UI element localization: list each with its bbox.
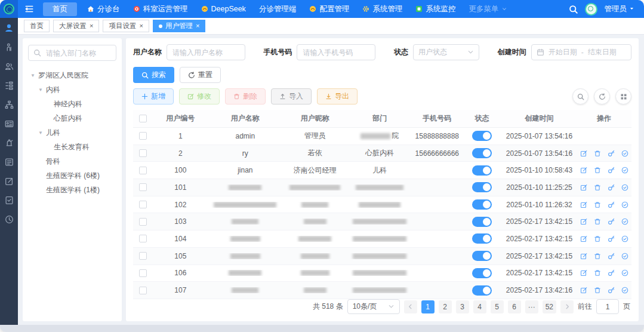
row-edit-icon[interactable] xyxy=(580,269,587,276)
department-search-input[interactable] xyxy=(45,48,111,58)
tab-close-icon[interactable]: × xyxy=(139,23,143,29)
row-checkbox[interactable] xyxy=(139,269,147,277)
user-menu[interactable]: 管理员 xyxy=(605,4,635,14)
tab-close-icon[interactable]: × xyxy=(90,23,93,29)
tree-expand-icon[interactable]: ▼ xyxy=(30,73,36,78)
row-delete-icon[interactable] xyxy=(594,269,601,276)
row-reset-password-icon[interactable] xyxy=(608,184,615,191)
sidebar-audit-icon[interactable] xyxy=(4,195,14,205)
status-toggle[interactable] xyxy=(472,148,492,158)
status-toggle[interactable] xyxy=(472,165,492,176)
page-button-6[interactable]: 6 xyxy=(508,300,521,313)
row-delete-icon[interactable] xyxy=(594,201,601,208)
row-checkbox[interactable] xyxy=(139,183,147,191)
status-toggle[interactable] xyxy=(472,251,492,261)
username-input[interactable] xyxy=(167,44,245,60)
tree-node-8[interactable]: 生殖医学科 (6楼) xyxy=(28,168,116,183)
tab-close-icon[interactable]: × xyxy=(196,23,199,29)
tree-node-4[interactable]: 心脏内科 xyxy=(28,111,116,125)
row-delete-icon[interactable] xyxy=(594,150,601,157)
sidebar-collapse-icon[interactable] xyxy=(18,5,39,13)
tree-node-6[interactable]: 生长发育科 xyxy=(28,140,116,154)
tab-3[interactable]: 项目设置× xyxy=(103,20,149,32)
status-toggle[interactable] xyxy=(472,233,492,244)
tree-expand-icon[interactable]: ▼ xyxy=(38,87,44,93)
column-settings-button[interactable] xyxy=(615,88,631,104)
tab-1[interactable]: 首页 xyxy=(24,20,50,32)
nav-item-7[interactable]: 系统管理 xyxy=(356,0,409,18)
row-checkbox[interactable] xyxy=(139,218,147,226)
sidebar-globe-icon[interactable] xyxy=(4,214,14,224)
status-toggle[interactable] xyxy=(472,131,492,141)
phone-input[interactable] xyxy=(297,44,375,60)
tree-node-5[interactable]: ▼儿科 xyxy=(28,125,116,140)
row-assign-role-icon[interactable] xyxy=(621,269,628,276)
row-reset-password-icon[interactable] xyxy=(608,269,615,276)
sidebar-alarm-icon[interactable] xyxy=(4,138,14,147)
global-search-icon[interactable] xyxy=(569,5,578,14)
row-checkbox[interactable] xyxy=(139,167,147,174)
row-checkbox[interactable] xyxy=(139,252,147,260)
row-delete-icon[interactable] xyxy=(594,218,601,225)
tree-node-3[interactable]: 神经内科 xyxy=(28,97,116,111)
row-assign-role-icon[interactable] xyxy=(621,218,628,225)
row-reset-password-icon[interactable] xyxy=(608,201,615,208)
row-checkbox[interactable] xyxy=(139,201,147,208)
tree-node-1[interactable]: ▼罗湖区人民医院 xyxy=(28,68,116,82)
modify-button[interactable]: 修改 xyxy=(179,88,220,104)
row-edit-icon[interactable] xyxy=(580,201,587,208)
tree-node-7[interactable]: 骨科 xyxy=(28,154,116,168)
row-edit-icon[interactable] xyxy=(580,167,587,174)
row-checkbox[interactable] xyxy=(139,235,147,242)
sidebar-org-chart-icon[interactable] xyxy=(4,100,14,109)
row-edit-icon[interactable] xyxy=(580,253,587,260)
prev-page-button[interactable] xyxy=(404,300,417,313)
row-edit-icon[interactable] xyxy=(580,150,587,157)
sidebar-users-icon[interactable] xyxy=(4,62,14,71)
tree-node-2[interactable]: ▼内科 xyxy=(28,82,116,97)
sidebar-edit-square-icon[interactable] xyxy=(4,176,14,186)
nav-item-6[interactable]: 配置管理 xyxy=(303,0,356,18)
row-reset-password-icon[interactable] xyxy=(608,235,615,242)
goto-page-input[interactable] xyxy=(596,299,619,314)
status-toggle[interactable] xyxy=(472,217,492,227)
sidebar-user-icon[interactable] xyxy=(4,23,14,33)
tree-node-9[interactable]: 生殖医学科 (1楼) xyxy=(28,183,116,197)
nav-item-9[interactable]: 更多菜单 xyxy=(462,0,514,18)
nav-item-8[interactable]: 系统监控 xyxy=(409,0,462,18)
nav-item-2[interactable]: 分诊台 xyxy=(81,0,127,18)
import-button[interactable]: 导入 xyxy=(271,88,312,104)
page-button-52[interactable]: 52 xyxy=(543,300,556,313)
select-all-checkbox[interactable] xyxy=(139,115,147,122)
row-assign-role-icon[interactable] xyxy=(621,253,628,260)
page-button-2[interactable]: 2 xyxy=(439,300,452,313)
sidebar-id-card-icon[interactable] xyxy=(4,119,14,128)
nav-item-3[interactable]: 科室运营管理 xyxy=(127,0,195,18)
refresh-table-button[interactable] xyxy=(594,88,610,104)
row-delete-icon[interactable] xyxy=(594,253,601,260)
reset-button[interactable]: 重置 xyxy=(180,67,221,83)
date-range-picker[interactable]: 开始日期 - 结束日期 xyxy=(531,44,631,60)
sidebar-tree-menu-icon[interactable] xyxy=(4,81,14,90)
row-reset-password-icon[interactable] xyxy=(608,150,615,157)
status-toggle[interactable] xyxy=(472,285,492,296)
sidebar-person-cane-icon[interactable] xyxy=(4,42,14,52)
nav-item-5[interactable]: 分诊管理端 xyxy=(252,0,303,18)
row-edit-icon[interactable] xyxy=(580,184,587,191)
next-page-button[interactable] xyxy=(560,300,574,313)
row-assign-role-icon[interactable] xyxy=(621,184,628,191)
page-button-5[interactable]: 5 xyxy=(491,300,504,313)
row-assign-role-icon[interactable] xyxy=(621,167,628,174)
row-checkbox[interactable] xyxy=(139,149,147,157)
row-reset-password-icon[interactable] xyxy=(608,218,615,225)
row-delete-icon[interactable] xyxy=(594,235,601,242)
sidebar-news-icon[interactable] xyxy=(4,157,14,167)
status-toggle[interactable] xyxy=(472,199,492,210)
row-edit-icon[interactable] xyxy=(580,235,587,242)
row-assign-role-icon[interactable] xyxy=(621,150,628,157)
nav-item-4[interactable]: DeepSeek xyxy=(195,0,252,18)
status-select[interactable]: 用户状态 xyxy=(413,44,479,60)
user-avatar[interactable] xyxy=(585,3,597,16)
row-reset-password-icon[interactable] xyxy=(608,167,615,174)
export-button[interactable]: 导出 xyxy=(317,88,358,104)
